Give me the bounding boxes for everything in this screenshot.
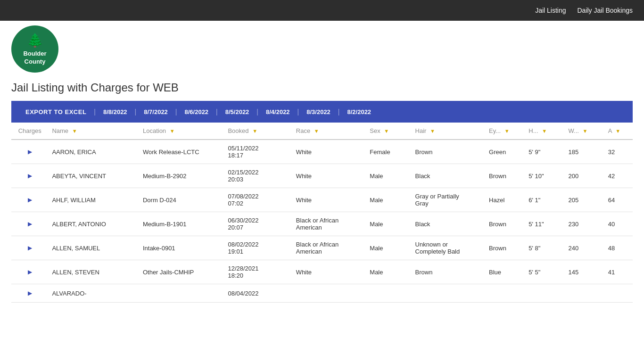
cell-booked: 02/15/2022 20:03 — [224, 164, 292, 188]
page-title: Jail Listing with Charges for WEB — [0, 73, 644, 101]
table-row: ▶ALLEN, STEVENOther Jails-CMHIP12/28/202… — [11, 260, 633, 284]
header-age[interactable]: A ▼ — [604, 123, 633, 140]
date-link-5[interactable]: 8/3/2022 — [300, 101, 337, 123]
cell-booked: 12/28/2021 18:20 — [224, 260, 292, 284]
cell-weight — [565, 284, 604, 303]
expand-button[interactable]: ▶ — [26, 196, 34, 204]
date-link-0[interactable]: 8/8/2022 — [97, 101, 134, 123]
cell-hair: Brown — [412, 260, 485, 284]
cell-age — [604, 284, 633, 303]
cell-weight: 145 — [565, 260, 604, 284]
cell-height: 5' 11" — [525, 212, 564, 236]
cell-booked: 08/04/2022 — [224, 284, 292, 303]
cell-weight: 200 — [565, 164, 604, 188]
cell-race — [292, 284, 366, 303]
cell-name: AHLF, WILLIAM — [48, 188, 139, 212]
header-hair[interactable]: Hair ▼ — [412, 123, 485, 140]
page-header: 🌲 Boulder County — [0, 21, 644, 73]
daily-jail-bookings-link[interactable]: Daily Jail Bookings — [578, 7, 633, 14]
table-header-row: Charges Name ▼ Location ▼ Booked ▼ Race … — [11, 123, 633, 140]
header-weight[interactable]: W... ▼ — [565, 123, 604, 140]
date-link-2[interactable]: 8/6/2022 — [178, 101, 215, 123]
name-filter-icon[interactable]: ▼ — [72, 128, 77, 134]
cell-hair: Brown — [412, 140, 485, 164]
expand-button[interactable]: ▶ — [26, 220, 34, 228]
booked-filter-icon[interactable]: ▼ — [252, 128, 257, 134]
inmate-table: Charges Name ▼ Location ▼ Booked ▼ Race … — [11, 123, 633, 303]
header-race[interactable]: Race ▼ — [292, 123, 366, 140]
hair-filter-icon[interactable]: ▼ — [430, 128, 435, 134]
header-sex[interactable]: Sex ▼ — [366, 123, 411, 140]
header-location[interactable]: Location ▼ — [139, 123, 224, 140]
cell-sex: Male — [366, 212, 411, 236]
header-name[interactable]: Name ▼ — [48, 123, 139, 140]
cell-age: 40 — [604, 212, 633, 236]
cell-weight: 185 — [565, 140, 604, 164]
col-charges: ▶ — [11, 164, 48, 188]
cell-name: ALLEN, SAMUEL — [48, 236, 139, 260]
top-navigation: Jail Listing Daily Jail Bookings — [0, 0, 644, 21]
sex-filter-icon[interactable]: ▼ — [384, 128, 389, 134]
cell-location: Medium-B-2902 — [139, 164, 224, 188]
height-filter-icon[interactable]: ▼ — [542, 128, 547, 134]
table-row: ▶ALLEN, SAMUELIntake-090108/02/2022 19:0… — [11, 236, 633, 260]
col-charges: ▶ — [11, 140, 48, 164]
cell-hair: Black — [412, 212, 485, 236]
cell-name: ALBERT, ANTONIO — [48, 212, 139, 236]
tree-icon: 🌲 — [27, 32, 43, 49]
header-charges: Charges — [11, 123, 48, 140]
table-row: ▶AHLF, WILLIAMDorm D-02407/08/2022 07:02… — [11, 188, 633, 212]
logo-line2: County — [25, 58, 46, 66]
cell-sex — [366, 284, 411, 303]
eye-filter-icon[interactable]: ▼ — [504, 128, 510, 134]
header-booked[interactable]: Booked ▼ — [224, 123, 292, 140]
cell-booked: 06/30/2022 20:07 — [224, 212, 292, 236]
cell-race: White — [292, 164, 366, 188]
age-filter-icon[interactable]: ▼ — [615, 128, 620, 134]
header-height[interactable]: H... ▼ — [525, 123, 564, 140]
col-charges: ▶ — [11, 212, 48, 236]
cell-weight: 230 — [565, 212, 604, 236]
export-to-excel-button[interactable]: EXPORT TO EXCEL — [19, 101, 93, 123]
cell-eye: Hazel — [485, 188, 525, 212]
date-link-6[interactable]: 8/2/2022 — [340, 101, 378, 123]
cell-location: Dorm D-024 — [139, 188, 224, 212]
sep-6: | — [337, 108, 341, 115]
sep-4: | — [256, 108, 259, 115]
expand-button[interactable]: ▶ — [26, 148, 34, 156]
cell-hair — [412, 284, 485, 303]
date-link-4[interactable]: 8/4/2022 — [259, 101, 297, 123]
cell-name: ABEYTA, VINCENT — [48, 164, 139, 188]
cell-age: 32 — [604, 140, 633, 164]
cell-height: 5' 5" — [525, 260, 564, 284]
cell-eye: Brown — [485, 164, 525, 188]
expand-button[interactable]: ▶ — [26, 289, 34, 297]
col-charges: ▶ — [11, 188, 48, 212]
boulder-county-logo: 🌲 Boulder County — [11, 25, 58, 73]
cell-age: 42 — [604, 164, 633, 188]
expand-button[interactable]: ▶ — [26, 244, 34, 252]
expand-button[interactable]: ▶ — [26, 172, 34, 180]
cell-age: 64 — [604, 188, 633, 212]
sep-0: | — [93, 108, 97, 115]
location-filter-icon[interactable]: ▼ — [170, 128, 175, 134]
cell-location: Work Release-LCTC — [139, 140, 224, 164]
cell-location: Medium-B-1901 — [139, 212, 224, 236]
jail-listing-link[interactable]: Jail Listing — [535, 7, 566, 14]
cell-race: Black or African American — [292, 212, 366, 236]
cell-booked: 05/11/2022 18:17 — [224, 140, 292, 164]
race-filter-icon[interactable]: ▼ — [314, 128, 319, 134]
cell-race: Black or African American — [292, 236, 366, 260]
header-eye[interactable]: Ey... ▼ — [485, 123, 525, 140]
cell-height: 5' 8" — [525, 236, 564, 260]
cell-weight: 240 — [565, 236, 604, 260]
date-link-3[interactable]: 8/5/2022 — [219, 101, 256, 123]
cell-height: 6' 1" — [525, 188, 564, 212]
cell-race: White — [292, 260, 366, 284]
cell-sex: Male — [366, 260, 411, 284]
date-link-1[interactable]: 8/7/2022 — [137, 101, 174, 123]
table-row: ▶ALVARADO-08/04/2022 — [11, 284, 633, 303]
expand-button[interactable]: ▶ — [26, 268, 34, 276]
cell-height — [525, 284, 564, 303]
weight-filter-icon[interactable]: ▼ — [583, 128, 588, 134]
